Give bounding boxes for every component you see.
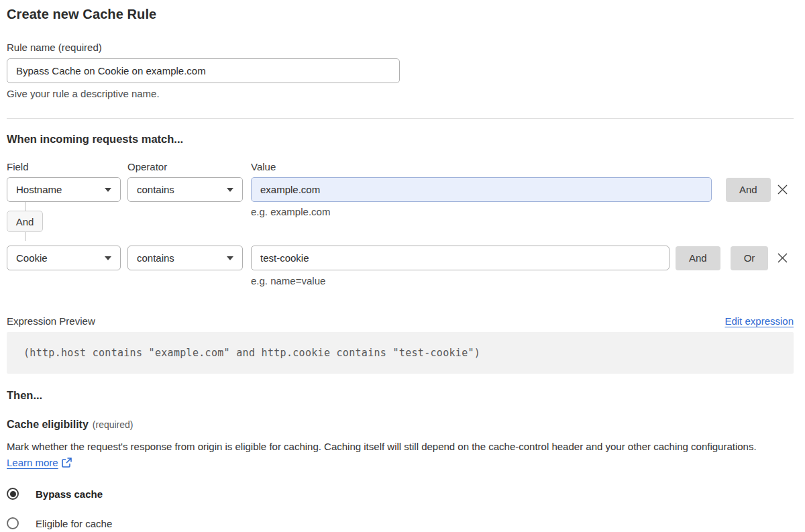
add-and-button-row2[interactable]: And bbox=[676, 246, 720, 270]
value-input-2[interactable] bbox=[251, 246, 669, 270]
operator-select-2-value: contains bbox=[137, 252, 174, 264]
field-column-label: Field bbox=[7, 161, 127, 172]
chevron-down-icon bbox=[105, 256, 111, 260]
chevron-down-icon bbox=[227, 256, 233, 260]
field-select-2-value: Cookie bbox=[16, 252, 48, 264]
expression-preview-code: (http.host contains "example.com" and ht… bbox=[7, 332, 794, 374]
close-icon bbox=[777, 184, 788, 195]
radio-unselected-icon[interactable] bbox=[7, 517, 19, 529]
value-example-helper-2: e.g. name=value bbox=[251, 275, 794, 286]
cache-eligibility-heading: Cache eligibility(required) bbox=[7, 419, 794, 431]
operator-column-label: Operator bbox=[127, 161, 251, 172]
chevron-down-icon bbox=[227, 188, 233, 192]
connector-line-top bbox=[25, 202, 25, 211]
add-or-button-row2[interactable]: Or bbox=[731, 246, 769, 270]
expression-preview-label: Expression Preview bbox=[7, 315, 95, 327]
value-example-helper-1: e.g. example.com bbox=[251, 206, 330, 217]
radio-label: Eligible for cache bbox=[36, 518, 112, 529]
create-cache-rule-form: Create new Cache Rule Rule name (require… bbox=[7, 0, 794, 529]
close-icon bbox=[777, 252, 788, 264]
expression-preview-header: Expression Preview Edit expression bbox=[7, 315, 794, 327]
match-row-2: Cookie contains And Or bbox=[7, 246, 794, 270]
chevron-down-icon bbox=[105, 188, 111, 192]
connector-line-bottom bbox=[25, 232, 25, 241]
remove-row-button-1[interactable] bbox=[773, 181, 791, 199]
description-text: Mark whether the request's response from… bbox=[7, 441, 757, 452]
cache-eligibility-title: Cache eligibility bbox=[7, 419, 89, 430]
then-section-heading: Then... bbox=[7, 389, 794, 402]
match-column-labels: Field Operator Value bbox=[7, 161, 794, 172]
add-and-button-row1[interactable]: And bbox=[726, 178, 771, 202]
section-divider bbox=[7, 118, 794, 119]
radio-option-bypass-cache[interactable]: Bypass cache bbox=[7, 488, 794, 500]
remove-row-button-2[interactable] bbox=[773, 250, 791, 267]
value-input-1[interactable] bbox=[251, 177, 712, 202]
rule-name-input[interactable] bbox=[7, 58, 400, 83]
radio-label: Bypass cache bbox=[36, 488, 103, 500]
operator-select-2[interactable]: contains bbox=[127, 246, 243, 270]
operator-select-1-value: contains bbox=[137, 184, 174, 195]
edit-expression-link[interactable]: Edit expression bbox=[724, 315, 794, 327]
value-column-label: Value bbox=[251, 161, 276, 172]
radio-option-eligible-for-cache[interactable]: Eligible for cache bbox=[7, 517, 794, 529]
rule-name-helper: Give your rule a descriptive name. bbox=[7, 88, 794, 99]
required-note: (required) bbox=[93, 419, 133, 430]
field-select-1[interactable]: Hostname bbox=[7, 177, 121, 202]
operator-select-1[interactable]: contains bbox=[127, 177, 243, 202]
learn-more-link[interactable]: Learn more bbox=[7, 457, 58, 468]
radio-selected-icon[interactable] bbox=[7, 488, 19, 500]
match-row-1: Hostname contains And bbox=[7, 177, 794, 202]
cache-eligibility-description: Mark whether the request's response from… bbox=[7, 439, 785, 471]
external-link-icon bbox=[62, 458, 72, 468]
connector-and-toggle[interactable]: And bbox=[7, 211, 43, 232]
page-title: Create new Cache Rule bbox=[7, 7, 794, 22]
match-section-heading: When incoming requests match... bbox=[7, 133, 794, 146]
field-select-2[interactable]: Cookie bbox=[7, 246, 121, 270]
field-select-1-value: Hostname bbox=[16, 184, 62, 195]
row-connector: And e.g. example.com bbox=[7, 202, 794, 241]
rule-name-label: Rule name (required) bbox=[7, 42, 794, 53]
